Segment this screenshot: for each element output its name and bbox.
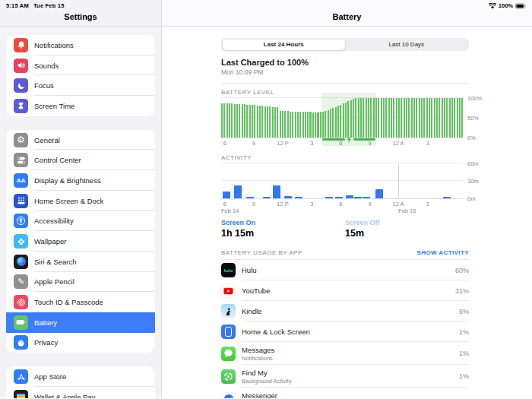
activity-section-label: ACTIVITY xyxy=(221,154,483,161)
battery-y-label: 100% xyxy=(463,95,482,102)
sidebar-item-label: Siri & Search xyxy=(34,258,76,266)
time-range-segmented-control[interactable]: Last 24 Hours Last 10 Days xyxy=(221,38,469,51)
screen-on-block: Screen On 1h 15m xyxy=(221,219,345,239)
activity-x-tick: 12 P xyxy=(277,201,288,207)
app-name-block: Find MyBackground Activity xyxy=(242,369,453,385)
usage-row-youtube[interactable]: YouTube31% xyxy=(221,280,469,301)
battery-level-plot[interactable]: 0%50%100% xyxy=(221,98,463,138)
activity-bar xyxy=(223,192,230,198)
screen-on-label: Screen On xyxy=(221,219,345,226)
activity-bar xyxy=(375,189,383,198)
battery-usage-app-list: huluHulu60%YouTube31%Kindle6%Home & Lock… xyxy=(221,259,469,398)
sidebar-item-wallpaper[interactable]: Wallpaper xyxy=(6,231,155,252)
activity-y-label: 30m xyxy=(463,178,479,185)
usage-row-kindle[interactable]: Kindle6% xyxy=(221,301,469,321)
usage-row-hulu[interactable]: huluHulu60% xyxy=(221,260,469,280)
bell-icon xyxy=(14,38,28,52)
sidebar-item-touch-id-passcode[interactable]: Touch ID & Passcode xyxy=(6,292,155,312)
show-activity-button[interactable]: SHOW ACTIVITY xyxy=(417,249,469,256)
app-name-block: Hulu xyxy=(242,266,449,274)
activity-bar xyxy=(234,185,242,198)
usage-row-messenger[interactable]: MessengerNotifications— xyxy=(221,388,469,398)
sidebar-item-general[interactable]: ⚙General xyxy=(6,130,155,150)
activity-plot[interactable]: 60m30m0m xyxy=(221,163,463,198)
app-usage-percent: 1% xyxy=(459,328,469,336)
sidebar-item-label: General xyxy=(34,136,60,144)
top-bar: 5:15 AMTue Feb 15 Settings Battery 100% xyxy=(0,0,532,27)
gridline xyxy=(221,163,463,163)
sidebar-item-app-store[interactable]: App Store xyxy=(6,366,155,387)
pencil-icon: ✎ xyxy=(14,274,28,289)
sidebar-group-2: ⚙GeneralControl CenterAADisplay & Bright… xyxy=(6,130,155,353)
control-center-icon xyxy=(14,153,28,167)
sidebar-item-label: Screen Time xyxy=(34,102,74,110)
app-name-block: YouTube xyxy=(242,287,449,295)
activity-x-tick: 9 xyxy=(252,201,255,207)
app-name: Messages xyxy=(242,346,453,354)
sidebar-item-label: Privacy xyxy=(34,338,58,347)
detail-header: Battery 100% xyxy=(162,0,532,26)
sidebar-group-1: NotificationsSoundsFocusScreen Time xyxy=(6,35,155,116)
activity-chart: 60m30m0m 6912 P36912 A3 Feb 14Feb 15 xyxy=(221,163,483,215)
activity-x-axis: 6912 P36912 A3 xyxy=(221,198,463,207)
segment-last-24-hours[interactable]: Last 24 Hours xyxy=(223,40,346,50)
ipad-settings-battery-screen: 5:15 AMTue Feb 15 Settings Battery 100% … xyxy=(0,0,532,399)
sidebar-item-wallet-apple-pay[interactable]: Wallet & Apple Pay xyxy=(6,387,155,398)
sidebar-item-battery[interactable]: Battery xyxy=(6,312,155,333)
status-time-date: 5:15 AMTue Feb 15 xyxy=(6,2,65,9)
sidebar-item-privacy[interactable]: Privacy xyxy=(6,333,155,353)
usage-row-find-my[interactable]: Find MyBackground Activity1% xyxy=(221,365,469,388)
app-usage-percent: 31% xyxy=(455,287,469,295)
sidebar-item-label: Home Screen & Dock xyxy=(34,197,103,205)
sidebar-item-home-screen-dock[interactable]: Home Screen & Dock xyxy=(6,191,155,211)
battery-level-x-axis: 6912 P36912 A3 xyxy=(221,138,463,147)
settings-sidebar: NotificationsSoundsFocusScreen Time⚙Gene… xyxy=(0,27,162,398)
sidebar-item-apple-pencil[interactable]: ✎Apple Pencil xyxy=(6,272,155,293)
sidebar-item-label: Apple Pencil xyxy=(34,277,74,286)
wifi-icon xyxy=(489,3,496,9)
sidebar-item-focus[interactable]: Focus xyxy=(6,75,155,96)
battery-usage-label: BATTERY USAGE BY APP xyxy=(221,249,302,256)
sidebar-item-screen-time[interactable]: Screen Time xyxy=(6,96,155,116)
app-usage-percent: 1% xyxy=(459,350,469,357)
activity-x-tick: 3 xyxy=(310,201,313,207)
screen-time-summary: Screen On 1h 15m Screen Off 15m xyxy=(221,219,469,239)
privacy-hand-icon xyxy=(14,335,28,350)
activity-date-label: Feb 14 xyxy=(221,207,239,214)
sidebar-item-notifications[interactable]: Notifications xyxy=(6,35,155,55)
activity-date-label: Feb 15 xyxy=(398,207,416,214)
usage-row-home-lock-screen[interactable]: Home & Lock Screen1% xyxy=(221,321,469,342)
segment-last-10-days[interactable]: Last 10 Days xyxy=(345,40,468,50)
activity-y-label: 60m xyxy=(463,160,479,167)
usage-row-messages[interactable]: MessagesNotifications1% xyxy=(221,342,469,365)
sidebar-item-label: Wallet & Apple Pay xyxy=(34,393,95,398)
battery-x-tick: 6 xyxy=(339,140,342,147)
sidebar-item-label: Focus xyxy=(34,81,54,90)
app-name: YouTube xyxy=(242,287,449,295)
screen-on-value: 1h 15m xyxy=(221,228,345,239)
app-name: Find My xyxy=(242,369,453,377)
battery-x-tick: 9 xyxy=(252,140,255,147)
sidebar-item-label: Sounds xyxy=(34,62,59,70)
activity-x-tick: 6 xyxy=(223,201,226,207)
battery-y-label: 0% xyxy=(463,135,476,141)
home-lock-app-icon xyxy=(221,325,236,339)
kindle-app-icon xyxy=(221,304,236,318)
screen-off-block: Screen Off 15m xyxy=(345,219,469,239)
messages-app-icon xyxy=(221,347,236,361)
hourglass-icon xyxy=(14,99,28,113)
sidebar-item-sounds[interactable]: Sounds xyxy=(6,55,155,76)
sidebar-item-accessibility[interactable]: Accessibility xyxy=(6,211,155,232)
battery-y-label: 50% xyxy=(463,115,479,122)
youtube-app-icon xyxy=(221,283,236,298)
sidebar-item-label: Accessibility xyxy=(34,217,74,225)
app-usage-percent: 60% xyxy=(455,267,469,274)
sidebar-item-siri-search[interactable]: Siri & Search xyxy=(6,252,155,272)
app-store-icon xyxy=(14,369,28,384)
sidebar-item-display-brightness[interactable]: AADisplay & Brightness xyxy=(6,170,155,191)
battery-x-tick: 9 xyxy=(368,140,371,147)
activity-x-tick: 3 xyxy=(426,201,429,207)
battery-level-chart: 0%50%100% 6912 P36912 A3 xyxy=(221,98,483,147)
app-usage-subtitle: Notifications xyxy=(242,355,453,362)
sidebar-item-control-center[interactable]: Control Center xyxy=(6,150,155,170)
